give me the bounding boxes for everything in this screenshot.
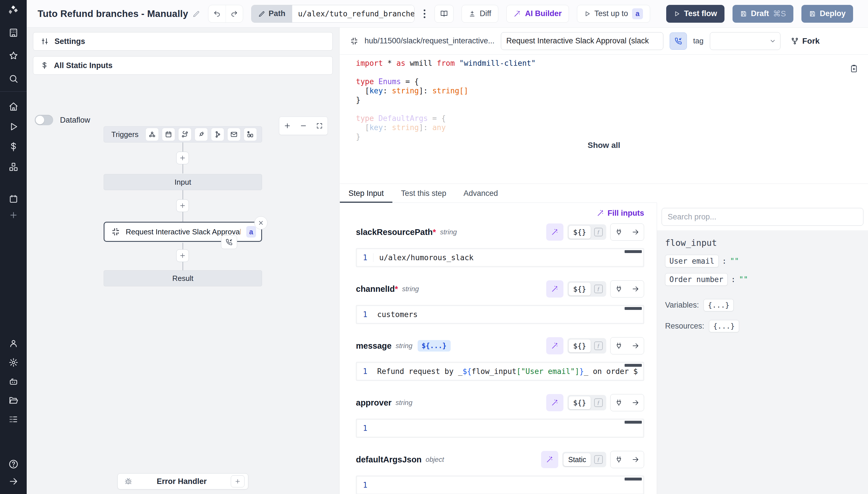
home-icon[interactable]	[8, 101, 19, 112]
remove-step-button[interactable]	[254, 216, 268, 229]
editor-scrollbar[interactable]	[625, 478, 642, 480]
arrow-right-icon[interactable]	[627, 224, 644, 241]
dataflow-toggle[interactable]	[35, 115, 53, 125]
zoom-in-button[interactable]	[279, 117, 295, 135]
template-mode-button[interactable]: ${}	[569, 340, 591, 353]
show-all-button[interactable]: Show all	[340, 141, 868, 150]
scheduled-poll-trigger-icon[interactable]	[244, 128, 257, 141]
variables-icon[interactable]	[8, 141, 19, 152]
add-icon[interactable]	[8, 210, 19, 220]
more-menu-icon[interactable]	[422, 10, 427, 18]
test-flow-button[interactable]: Test flow	[666, 5, 725, 23]
workspace-icon[interactable]	[8, 27, 19, 38]
field-editor[interactable]: 1 Refund request by _${flow_input["User …	[356, 362, 644, 381]
insert-step-button[interactable]	[176, 199, 189, 212]
email-trigger-icon[interactable]	[227, 128, 240, 141]
diff-button[interactable]: Diff	[461, 5, 498, 23]
websocket-trigger-icon[interactable]	[195, 128, 208, 141]
step-title-input[interactable]: Request Interactive Slack Approval (slac…	[501, 32, 663, 50]
prop-user-email[interactable]: User email : ""	[665, 255, 868, 267]
logs-icon[interactable]	[8, 414, 19, 424]
insert-step-button[interactable]	[176, 152, 189, 164]
all-static-inputs-button[interactable]: All Static Inputs	[33, 56, 333, 75]
plug-icon[interactable]	[611, 224, 627, 241]
expand-sidebar-icon[interactable]	[8, 476, 19, 487]
ai-fill-field-button[interactable]	[546, 280, 564, 298]
webhook-trigger-icon[interactable]	[145, 128, 159, 141]
javascript-mode-icon[interactable]: ƒ	[592, 396, 605, 409]
template-mode-button[interactable]: ${}	[569, 396, 591, 409]
editor-scrollbar[interactable]	[625, 421, 642, 424]
deploy-button[interactable]: Deploy	[802, 5, 853, 23]
plug-icon[interactable]	[611, 451, 627, 468]
search-prop-input[interactable]: Search prop...	[662, 208, 863, 226]
plug-icon[interactable]	[611, 394, 627, 411]
error-handler-node[interactable]: Error Handler	[117, 473, 248, 489]
result-node[interactable]: Result	[104, 270, 262, 286]
hub-script-path[interactable]: hub/11500/slack/request_interactive...	[364, 37, 495, 45]
template-mode-button[interactable]: ${}	[569, 283, 591, 296]
flow-settings-button[interactable]: Settings	[33, 32, 333, 51]
arrow-right-icon[interactable]	[627, 394, 644, 411]
runs-icon[interactable]	[8, 121, 19, 132]
redo-button[interactable]	[225, 5, 243, 22]
tab-step-input[interactable]: Step Input	[340, 184, 392, 203]
fullscreen-button[interactable]	[312, 117, 328, 135]
workers-icon[interactable]	[8, 376, 19, 386]
editor-scrollbar[interactable]	[625, 250, 642, 253]
static-mode-button[interactable]: Static	[564, 453, 591, 466]
windmill-logo-icon[interactable]	[8, 5, 19, 15]
arrow-right-icon[interactable]	[627, 281, 644, 297]
prop-order-number[interactable]: Order number : ""	[665, 273, 868, 286]
copy-content-icon[interactable]	[850, 64, 858, 73]
folders-icon[interactable]	[8, 395, 19, 405]
arrow-right-icon[interactable]	[627, 338, 644, 354]
suspend-approval-button[interactable]	[670, 33, 687, 50]
plug-icon[interactable]	[611, 281, 627, 297]
favorites-star-icon[interactable]	[8, 51, 19, 61]
field-editor[interactable]: 1	[356, 476, 644, 494]
test-up-to-button[interactable]: Test up to a	[577, 5, 650, 23]
ai-fill-field-button[interactable]	[546, 224, 564, 241]
input-node[interactable]: Input	[104, 174, 262, 190]
javascript-mode-icon[interactable]: ƒ	[592, 282, 605, 296]
code-editor[interactable]: import * as wmill from "windmill-client"…	[340, 55, 868, 184]
javascript-mode-icon[interactable]: ƒ	[592, 226, 605, 239]
tab-test-this-step[interactable]: Test this step	[392, 184, 455, 203]
tag-select[interactable]	[710, 32, 781, 50]
ai-fill-field-button[interactable]	[546, 394, 564, 411]
plug-icon[interactable]	[611, 338, 627, 354]
fill-inputs-button[interactable]: Fill inputs	[597, 209, 645, 218]
undo-button[interactable]	[209, 5, 225, 22]
resources-icon[interactable]	[8, 162, 19, 172]
ai-fill-field-button[interactable]	[546, 337, 564, 355]
docs-book-button[interactable]	[435, 5, 454, 23]
http-route-trigger-icon[interactable]	[178, 128, 192, 141]
editor-scrollbar[interactable]	[625, 364, 642, 367]
schedule-trigger-icon[interactable]	[162, 128, 175, 141]
fork-button[interactable]: Fork	[791, 37, 820, 46]
editor-scrollbar[interactable]	[625, 307, 642, 310]
slack-approval-step-node[interactable]: Request Interactive Slack Approval (... …	[104, 222, 262, 242]
zoom-out-button[interactable]	[295, 117, 312, 135]
insert-step-button[interactable]	[176, 249, 189, 262]
template-mode-button[interactable]: ${}	[569, 226, 591, 239]
tab-advanced[interactable]: Advanced	[455, 184, 507, 203]
approval-phone-icon[interactable]	[221, 235, 237, 249]
triggers-node[interactable]: Triggers	[104, 126, 262, 142]
help-icon[interactable]	[8, 459, 19, 469]
kafka-trigger-icon[interactable]	[211, 128, 224, 141]
ai-fill-field-button[interactable]	[541, 451, 558, 468]
variables-expand-chip[interactable]: {...}	[704, 299, 734, 311]
account-icon[interactable]	[8, 338, 19, 349]
javascript-mode-icon[interactable]: ƒ	[592, 339, 605, 353]
search-icon[interactable]	[8, 74, 19, 84]
ai-builder-button[interactable]: AI Builder	[506, 5, 569, 23]
draft-button[interactable]: Draft ⌘S	[732, 5, 793, 23]
edit-title-icon[interactable]	[193, 10, 200, 18]
add-error-handler-button[interactable]	[231, 475, 244, 488]
path-input[interactable]: u/alex/tuto_refund_branches__	[292, 5, 414, 22]
javascript-mode-icon[interactable]: ƒ	[592, 453, 605, 466]
settings-gear-icon[interactable]	[8, 357, 19, 368]
resources-expand-chip[interactable]: {...}	[709, 320, 739, 332]
